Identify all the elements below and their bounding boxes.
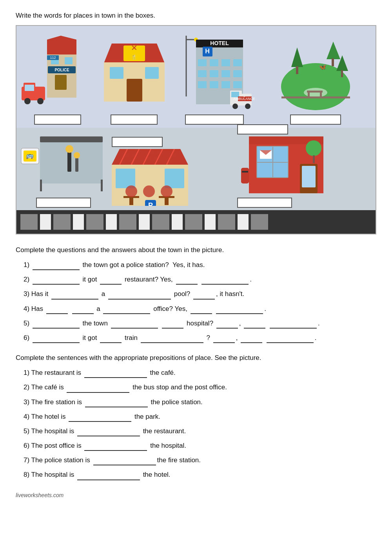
footer-text: liveworksheets.com — [16, 492, 64, 498]
road-stripe — [53, 214, 71, 230]
road-stripe — [20, 214, 38, 230]
road-stripe — [185, 214, 202, 230]
svg-rect-18 — [110, 67, 123, 79]
post-office-item — [193, 122, 372, 208]
cafe-input-top[interactable] — [112, 137, 163, 147]
svg-rect-103 — [302, 166, 316, 187]
q4-blank5[interactable] — [216, 306, 263, 314]
bus-stop-svg: 🚌 — [20, 129, 107, 195]
q5-blank5[interactable] — [244, 321, 265, 329]
q3-text3: pool? — [174, 290, 191, 298]
q3-blank1[interactable] — [51, 292, 98, 300]
svg-rect-8 — [65, 57, 73, 64]
s3-blank[interactable] — [85, 400, 148, 407]
s2-text1: The café is — [31, 383, 64, 391]
svg-rect-63 — [320, 93, 322, 96]
police-station-item: POLICE 112 — [20, 36, 95, 125]
q5-blank4[interactable] — [216, 321, 238, 329]
q3-text1: Has it — [31, 290, 48, 298]
q2-blank3[interactable] — [176, 277, 198, 285]
q4-blank1[interactable] — [46, 306, 68, 314]
q5-blank6[interactable] — [270, 321, 317, 329]
q6-text1: it got — [83, 334, 97, 341]
svg-rect-55 — [296, 66, 298, 74]
q6-blank3[interactable] — [141, 335, 203, 343]
q6-blank4[interactable] — [213, 335, 235, 343]
s2-blank[interactable] — [67, 385, 129, 393]
road-white — [205, 214, 216, 230]
svg-text:112: 112 — [50, 56, 56, 60]
q4-text4: . — [264, 305, 266, 312]
q1-blank1[interactable] — [33, 262, 80, 270]
q3-text2: a — [102, 290, 105, 298]
svg-rect-68 — [40, 180, 42, 191]
svg-point-47 — [232, 104, 238, 109]
q2-blank1[interactable] — [33, 277, 80, 285]
svg-point-92 — [161, 185, 172, 197]
cafe-item: P — [111, 134, 189, 208]
q6-period: . — [315, 334, 317, 341]
s4-text1: The hotel is — [31, 413, 66, 420]
restaurant-input[interactable] — [111, 114, 158, 125]
svg-rect-32 — [198, 59, 207, 66]
post-office-svg — [237, 136, 327, 193]
q2-blank4[interactable] — [201, 277, 249, 285]
q3-blank3[interactable] — [193, 292, 215, 300]
q6-blank5[interactable] — [241, 335, 262, 343]
post-office-input[interactable] — [237, 198, 292, 208]
svg-rect-43 — [233, 81, 242, 88]
q3-blank2[interactable] — [108, 292, 171, 300]
road-stripe — [218, 214, 235, 230]
svg-point-3 — [37, 98, 44, 104]
q4-blank2[interactable] — [72, 306, 94, 314]
q5-comma: , — [239, 320, 241, 327]
s8-blank[interactable] — [77, 472, 140, 480]
bus-stop-input[interactable] — [36, 198, 91, 208]
road-white — [139, 214, 150, 230]
svg-rect-35 — [233, 59, 242, 66]
road-stripe — [251, 214, 268, 230]
questions-section: Complete the questions and the answers a… — [16, 246, 376, 343]
sentence-6: 6) The post office is the hospital. — [24, 440, 376, 451]
post-office-input-top[interactable] — [237, 124, 288, 134]
town-bottom-row: 🚌 — [16, 128, 376, 210]
svg-rect-40 — [198, 81, 207, 88]
s6-blank[interactable] — [84, 443, 147, 451]
park-item: 🦋 — [260, 36, 372, 125]
q6-blank6[interactable] — [267, 335, 314, 343]
svg-rect-36 — [198, 70, 207, 77]
s4-blank[interactable] — [69, 414, 131, 422]
s3-text2: the police station. — [151, 398, 202, 406]
q4-blank4[interactable] — [191, 306, 212, 314]
s1-blank[interactable] — [84, 370, 147, 378]
road-stripe — [152, 214, 169, 230]
town-top-row: POLICE 112 ✕ — [16, 26, 376, 128]
s7-blank[interactable] — [93, 458, 156, 465]
svg-point-2 — [24, 98, 31, 104]
s6-text2: the hospital. — [150, 442, 186, 449]
q5-blank3[interactable] — [162, 321, 183, 329]
svg-rect-107 — [242, 171, 248, 173]
q4-blank3[interactable] — [103, 306, 150, 314]
q6-blank2[interactable] — [100, 335, 122, 343]
q2-blank2[interactable] — [100, 277, 122, 285]
svg-point-90 — [125, 185, 137, 197]
q5-blank2[interactable] — [111, 321, 158, 329]
road-white — [40, 214, 51, 230]
svg-text:HOTEL: HOTEL — [210, 40, 229, 46]
question-list: 1) the town got a police station? Yes, i… — [16, 260, 376, 343]
svg-text:P: P — [148, 202, 152, 206]
police-station-input[interactable] — [34, 114, 81, 125]
q5-blank1[interactable] — [33, 321, 80, 329]
q5-text-town: the town — [83, 320, 108, 327]
s8-text2: the hotel. — [143, 471, 171, 478]
q6-blank1[interactable] — [33, 335, 80, 343]
cafe-svg: P — [112, 149, 188, 206]
svg-rect-106 — [241, 168, 249, 183]
s5-blank[interactable] — [77, 429, 140, 436]
svg-marker-54 — [291, 47, 303, 67]
svg-text:✕: ✕ — [131, 44, 137, 52]
svg-rect-87 — [129, 198, 133, 205]
svg-point-48 — [245, 104, 250, 109]
svg-rect-89 — [165, 198, 169, 205]
